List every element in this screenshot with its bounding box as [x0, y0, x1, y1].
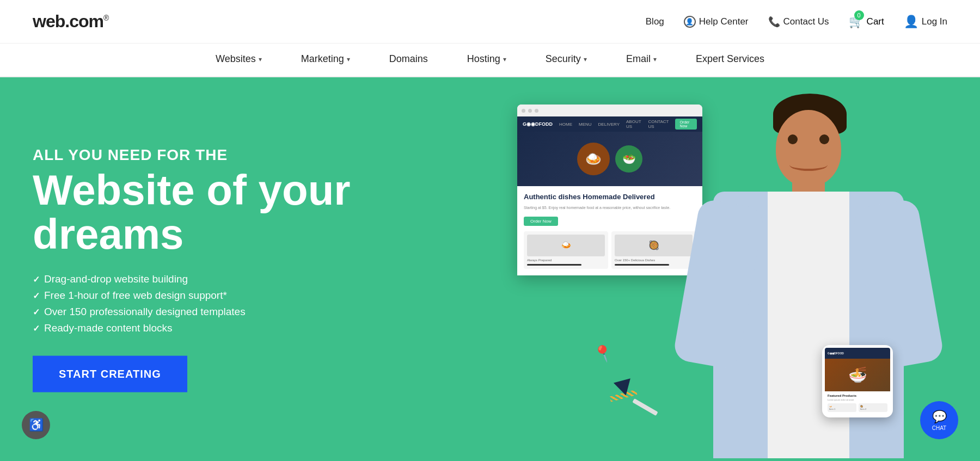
nav-item-marketing[interactable]: Marketing ▾ [281, 44, 370, 76]
person-body [713, 192, 904, 458]
nav-item-email[interactable]: Email ▾ [607, 44, 676, 76]
browser-nav-delivery: DELIVERY [598, 122, 620, 127]
browser-dot-2 [528, 109, 532, 113]
logo[interactable]: web.com® [33, 11, 108, 32]
browser-cta-button[interactable]: Order Now [524, 217, 558, 226]
mobile-content: Featured Products Lorem ipsum dolor sit … [825, 391, 890, 415]
browser-dot-1 [522, 109, 525, 113]
chevron-down-icon: ▾ [259, 56, 262, 63]
phone-icon: 📞 [768, 16, 780, 28]
cart-label: Cart [867, 16, 884, 27]
hero-title-line2: dreams [33, 210, 184, 258]
cart-button[interactable]: 🛒 0 Cart [849, 15, 884, 29]
nav-label-websites: Websites [216, 53, 256, 65]
browser-nav-about: ABOUT US [626, 119, 641, 129]
chevron-down-icon: ▾ [347, 56, 350, 63]
nav-label-hosting: Hosting [467, 53, 500, 65]
person-smile [789, 159, 828, 171]
user-icon: 👤 [904, 15, 918, 29]
mobile-mockup: G◉◉DFOOD 🍜 Featured Products Lorem ipsum… [822, 345, 893, 417]
product-label-1: Always Prepared [527, 259, 605, 262]
contactus-link[interactable]: 📞 Contact Us [768, 16, 829, 28]
nav-item-security[interactable]: Security ▾ [526, 44, 607, 76]
feature-item-4: Ready-made content blocks [33, 322, 351, 334]
person-eye-right [819, 134, 829, 144]
feature-item-3: Over 150 professionally designed templat… [33, 306, 351, 318]
hero-visual: G◉◉DFODD HOME MENU DELIVERY ABOUT US CON… [490, 77, 980, 461]
hero-subtitle: ALL YOU NEED FOR THE [33, 146, 351, 163]
nav-label-expertservices: Expert Services [696, 53, 764, 65]
login-label: Log In [922, 16, 947, 27]
nav-item-domains[interactable]: Domains [370, 44, 448, 76]
logo-text: web.com [33, 11, 103, 31]
browser-dot-3 [535, 109, 538, 113]
nav-label-domains: Domains [389, 53, 428, 65]
contactus-label: Contact Us [783, 16, 829, 27]
cta-label: START CREATING [59, 368, 161, 380]
food-icon-1: 🍛 [577, 143, 610, 175]
person-left-arm [672, 198, 765, 370]
hero-title: Website of your dreams [33, 168, 351, 257]
mobile-text: Lorem ipsum dolor sit amet [828, 398, 887, 401]
person-shirt-inner [768, 192, 849, 458]
top-bar: web.com® Blog 👤 Help Center 📞 Contact Us… [0, 0, 980, 44]
helpcenter-label: Help Center [699, 16, 749, 27]
nav-label-security: Security [546, 53, 581, 65]
hero-features-list: Drag-and-drop website building Free 1-ho… [33, 273, 351, 334]
person-head [776, 110, 841, 186]
accessibility-button[interactable]: ♿ [22, 411, 50, 439]
hero-section: ALL YOU NEED FOR THE Website of your dre… [0, 77, 980, 461]
login-button[interactable]: 👤 Log In [904, 15, 947, 29]
logo-sup: ® [103, 14, 108, 22]
chat-button[interactable]: 💬 CHAT [920, 401, 958, 439]
browser-nav-menu: MENU [579, 122, 592, 127]
mobile-title: Featured Products [828, 394, 887, 397]
nav-label-marketing: Marketing [301, 53, 344, 65]
mobile-hero-image: 🍜 [825, 359, 890, 391]
deco-pin-icon: 📍 [591, 341, 616, 366]
helpcenter-icon: 👤 [684, 16, 696, 28]
top-right-nav: Blog 👤 Help Center 📞 Contact Us 🛒 0 Cart… [646, 15, 947, 29]
mobile-header: G◉◉DFOOD [825, 348, 890, 359]
product-card-1: 🍛 Always Prepared [524, 231, 608, 269]
blog-label: Blog [646, 16, 664, 27]
helpcenter-link[interactable]: 👤 Help Center [684, 16, 749, 28]
nav-item-expertservices[interactable]: Expert Services [676, 44, 784, 76]
person-eye-left [788, 134, 798, 144]
product-bar-1 [527, 264, 581, 266]
browser-brand: G◉◉DFODD [523, 121, 553, 127]
person-right-arm [852, 198, 945, 370]
browser-nav-home: HOME [559, 122, 572, 127]
feature-item-2: Free 1-hour of free web design support* [33, 290, 351, 302]
mobile-brand: G◉◉DFOOD [828, 352, 844, 355]
food-icon-2: 🥗 [615, 145, 642, 173]
blog-link[interactable]: Blog [646, 16, 664, 27]
mobile-product-2: 🥘Item 2 [859, 403, 887, 412]
nav-label-email: Email [626, 53, 651, 65]
person-figure [675, 85, 947, 461]
chat-icon: 💬 [932, 410, 947, 424]
feature-item-1: Drag-and-drop website building [33, 273, 351, 285]
cart-badge: 0 [854, 10, 864, 20]
chat-label: CHAT [932, 425, 946, 431]
hero-content: ALL YOU NEED FOR THE Website of your dre… [33, 146, 351, 392]
chevron-down-icon: ▾ [653, 56, 657, 63]
nav-item-hosting[interactable]: Hosting ▾ [448, 44, 526, 76]
accessibility-icon: ♿ [29, 418, 44, 432]
chevron-down-icon: ▾ [584, 56, 587, 63]
product-image-1: 🍛 [527, 235, 605, 256]
main-nav: Websites ▾ Marketing ▾ Domains Hosting ▾… [0, 44, 980, 77]
chevron-down-icon: ▾ [503, 56, 506, 63]
hero-title-line1: Website of your [33, 165, 351, 213]
nav-item-websites[interactable]: Websites ▾ [196, 44, 281, 76]
mobile-products: 🍛Item 1 🥘Item 2 [828, 403, 887, 412]
start-creating-button[interactable]: START CREATING [33, 356, 187, 392]
mobile-product-1: 🍛Item 1 [828, 403, 856, 412]
